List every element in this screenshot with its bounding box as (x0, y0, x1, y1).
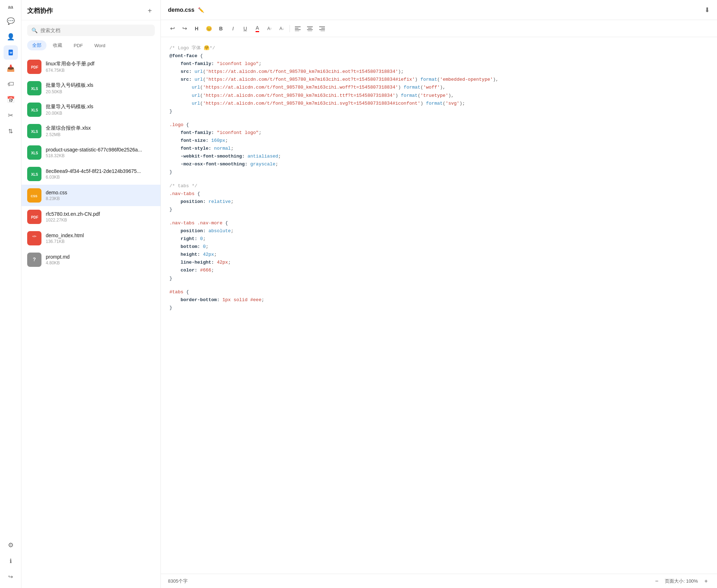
bold-button[interactable]: B (215, 23, 227, 34)
file-name: 8ec8eea9-4f34-4c5f-8f21-2de124b39675... (46, 168, 155, 174)
italic-button[interactable]: I (227, 23, 239, 34)
footer-zoom-group: − 页面大小: 100% + (653, 577, 710, 585)
file-meta: 批量导入号码模板.xls20.00KB (46, 104, 155, 116)
file-size: 674.75KB (46, 68, 155, 73)
file-size: 1022.27KB (46, 218, 155, 223)
editor-toolbar: ↩ ↪ H 😊 B I U A A↑ A↓ (161, 20, 717, 37)
file-name: 全屋综合报价单.xlsx (46, 125, 155, 131)
settings-icon[interactable]: ⚙ (4, 538, 18, 552)
editor-filename: demo.css (168, 7, 194, 13)
file-size: 6.03KB (46, 175, 155, 180)
file-item[interactable]: XLS8ec8eea9-4f34-4c5f-8f21-2de124b39675.… (21, 163, 160, 185)
file-meta: linux常用命令手册.pdf674.75KB (46, 61, 155, 73)
svg-text:PDF: PDF (31, 65, 38, 69)
file-item[interactable]: PDFlinux常用命令手册.pdf674.75KB (21, 56, 160, 78)
file-name: product-usage-statistic-677c986f0e2526a.… (46, 147, 155, 153)
file-icon: XLS (27, 103, 41, 117)
emoji-button[interactable]: 😊 (203, 23, 214, 34)
file-panel-header: 文档协作 + (21, 0, 160, 20)
file-icon: </> (27, 231, 41, 245)
zoom-plus-button[interactable]: + (702, 577, 710, 585)
svg-text:PDF: PDF (31, 215, 38, 219)
subscript-button[interactable]: A↓ (276, 23, 287, 34)
filter-tab-word[interactable]: Word (89, 40, 110, 50)
transfer-icon[interactable]: ⇅ (4, 124, 18, 138)
user-icon[interactable]: 👤 (4, 30, 18, 44)
aa-label: aa (8, 4, 13, 10)
heading-button[interactable]: H (191, 23, 202, 34)
editor-footer: 8305个字 − 页面大小: 100% + (161, 574, 717, 588)
svg-text:CSS: CSS (31, 194, 38, 198)
document-icon[interactable]: W (4, 45, 18, 60)
logout-icon[interactable]: ↪ (4, 569, 18, 584)
file-meta: 8ec8eea9-4f34-4c5f-8f21-2de124b39675...6… (46, 168, 155, 180)
zoom-label: 页面大小: 100% (665, 578, 698, 584)
chat-icon[interactable]: 💬 (4, 14, 18, 28)
file-size: 4.80KB (46, 260, 155, 265)
font-color-button[interactable]: A (252, 23, 263, 34)
redo-button[interactable]: ↪ (179, 23, 190, 34)
calendar-icon[interactable]: 📅 (4, 93, 18, 107)
editor-title-group: demo.css ✏️ (168, 7, 204, 13)
file-item[interactable]: CSSdemo.css8.23KB (21, 185, 160, 206)
svg-text:XLS: XLS (31, 130, 38, 134)
download-icon[interactable]: ⬇ (704, 6, 710, 14)
code-block-5: #tabs { border-bottom: 1px solid #eee; } (169, 288, 708, 312)
file-item[interactable]: </>demo_index.html136.71KB (21, 228, 160, 249)
filter-tab-all[interactable]: 全部 (27, 40, 46, 50)
superscript-button[interactable]: A↑ (264, 23, 275, 34)
icon-sidebar-bottom: ⚙ ℹ ↪ (4, 538, 18, 584)
align-center-button[interactable] (304, 23, 316, 34)
file-icon: XLS (27, 81, 41, 95)
align-left-button[interactable] (292, 23, 303, 34)
main-area: demo.css ✏️ ⬇ ↩ ↪ H 😊 B I U A A↑ A↓ /* L… (161, 0, 717, 588)
align-right-button[interactable] (316, 23, 328, 34)
file-item[interactable]: XLS批量导入号码模板.xls20.50KB (21, 78, 160, 99)
file-item[interactable]: XLS全屋综合报价单.xlsx2.52MB (21, 120, 160, 142)
add-file-button[interactable]: + (145, 6, 155, 16)
search-icon: 🔍 (31, 28, 38, 33)
toolbar-divider (290, 25, 290, 32)
file-size: 518.32KB (46, 153, 155, 158)
icon-sidebar: aa 💬 👤 W 📥 🏷 📅 ✂ ⇅ ⚙ ℹ ↪ (0, 0, 21, 588)
edit-filename-icon[interactable]: ✏️ (198, 7, 204, 13)
file-panel: 文档协作 + 🔍 全部 收藏 PDF Word PDFlinux常用命令手册.p… (21, 0, 161, 588)
file-size: 2.52MB (46, 132, 155, 137)
file-item[interactable]: XLS批量导入号码模板.xls20.00KB (21, 99, 160, 120)
svg-text:W: W (10, 51, 13, 54)
file-icon: PDF (27, 60, 41, 74)
undo-button[interactable]: ↩ (167, 23, 178, 34)
filter-tab-pdf[interactable]: PDF (69, 40, 88, 50)
file-icon: XLS (27, 124, 41, 138)
code-block-3: /* tabs */ .nav-tabs { position: relativ… (169, 182, 708, 214)
svg-text:XLS: XLS (31, 108, 38, 112)
file-name: linux常用命令手册.pdf (46, 61, 155, 67)
file-item[interactable]: XLSproduct-usage-statistic-677c986f0e252… (21, 142, 160, 163)
scissors-icon[interactable]: ✂ (4, 108, 18, 123)
file-meta: demo.css8.23KB (46, 190, 155, 201)
info-icon[interactable]: ℹ (4, 554, 18, 568)
search-bar: 🔍 (27, 25, 155, 36)
filter-tab-favorites[interactable]: 收藏 (48, 40, 67, 50)
file-item[interactable]: PDFrfc5780.txt.en.zh-CN.pdf1022.27KB (21, 206, 160, 228)
inbox-icon[interactable]: 📥 (4, 61, 18, 75)
code-block-2: .logo { font-family: "iconfont logo"; fo… (169, 121, 708, 176)
svg-text:</>: </> (32, 235, 36, 238)
file-icon: PDF (27, 210, 41, 224)
tag-icon[interactable]: 🏷 (4, 77, 18, 91)
file-icon: XLS (27, 167, 41, 181)
svg-text:XLS: XLS (31, 87, 38, 91)
file-name: demo.css (46, 190, 155, 195)
code-block-1: /* Logo 字体 🤗*/ @font-face { font-family:… (169, 44, 708, 115)
file-item[interactable]: ?prompt.md4.80KB (21, 249, 160, 270)
code-container[interactable]: /* Logo 字体 🤗*/ @font-face { font-family:… (161, 37, 717, 574)
file-meta: demo_index.html136.71KB (46, 233, 155, 244)
code-block-4: .nav-tabs .nav-more { position: absolute… (169, 219, 708, 283)
file-name: prompt.md (46, 254, 155, 260)
zoom-minus-button[interactable]: − (653, 577, 661, 585)
underline-button[interactable]: U (239, 23, 251, 34)
file-size: 20.00KB (46, 111, 155, 116)
file-icon: ? (27, 253, 41, 267)
file-meta: product-usage-statistic-677c986f0e2526a.… (46, 147, 155, 158)
search-input[interactable] (40, 28, 150, 33)
